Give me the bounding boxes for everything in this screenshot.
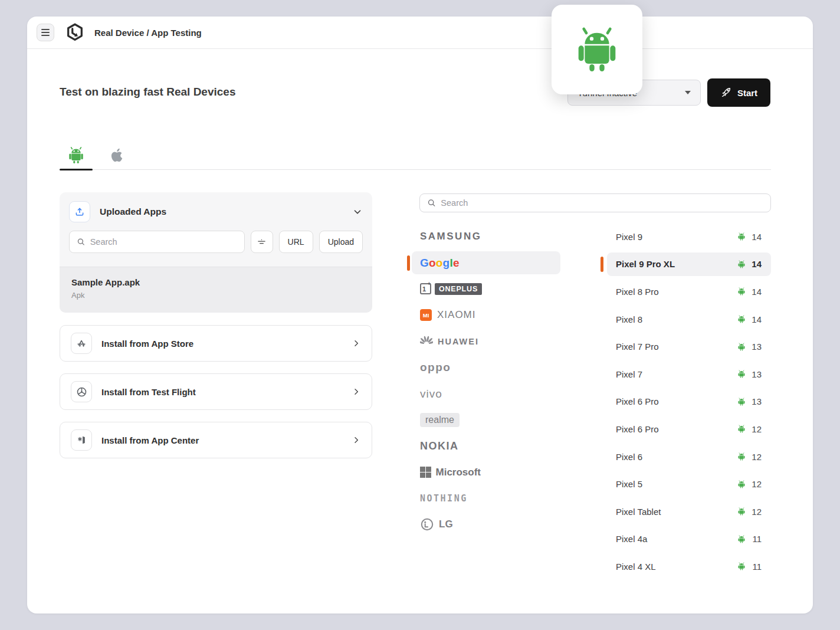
- brand-row-lg[interactable]: LG: [407, 511, 560, 537]
- device-meta: 14: [737, 259, 762, 269]
- brand-row-vivo[interactable]: vivo: [407, 380, 560, 406]
- android-version-icon: [737, 452, 746, 461]
- android-version-icon: [737, 535, 746, 543]
- device-os-version: 11: [751, 562, 762, 572]
- samsung-wordmark: SAMSUNG: [420, 231, 481, 242]
- huawei-wordmark: HUAWEI: [438, 337, 479, 346]
- android-floating-card[interactable]: [552, 5, 642, 94]
- hamburger-menu-button[interactable]: [37, 24, 54, 41]
- device-os-version: 12: [751, 479, 762, 489]
- device-os-version: 14: [751, 314, 762, 324]
- breadcrumb: Real Device / App Testing: [94, 28, 202, 38]
- brand-row-oneplus[interactable]: 1+ ONEPLUS: [407, 276, 560, 302]
- device-row[interactable]: Pixel 7 Pro 13: [601, 333, 771, 360]
- device-os-version: 14: [751, 287, 762, 297]
- oneplus-logo-icon: 1+: [420, 283, 431, 294]
- device-row[interactable]: Pixel Tablet 12: [601, 498, 771, 526]
- url-button[interactable]: URL: [279, 231, 313, 253]
- google-wordmark: Google: [420, 257, 460, 270]
- device-row[interactable]: Pixel 8 Pro 14: [601, 278, 771, 306]
- device-row[interactable]: Pixel 7 13: [601, 360, 771, 388]
- device-row[interactable]: Pixel 4a 11: [601, 526, 771, 553]
- device-meta: 11: [737, 534, 762, 544]
- device-search-box: [419, 193, 771, 212]
- vivo-wordmark: vivo: [420, 388, 442, 401]
- brand-row-nothing[interactable]: NOTHING: [407, 485, 560, 511]
- brand-row-realme[interactable]: realme: [407, 407, 560, 433]
- oppo-wordmark: oppo: [420, 361, 451, 374]
- platform-tabs: [60, 140, 127, 170]
- tab-ios[interactable]: [107, 140, 127, 170]
- tabs-divider: [60, 169, 771, 170]
- device-row[interactable]: Pixel 6 Pro 12: [601, 415, 771, 443]
- uploaded-apps-title: Uploaded Apps: [100, 206, 166, 217]
- start-button[interactable]: Start: [707, 78, 770, 107]
- install-from-app-store[interactable]: Install from App Store: [60, 325, 372, 362]
- device-meta: 13: [737, 342, 762, 352]
- app-center-icon: [71, 429, 92, 451]
- device-os-version: 13: [751, 369, 762, 379]
- rocket-icon: [720, 87, 732, 99]
- search-icon: [77, 237, 86, 247]
- android-version-icon: [737, 315, 746, 323]
- filter-button[interactable]: [251, 231, 273, 253]
- device-row[interactable]: Pixel 6 12: [601, 443, 771, 471]
- apps-search-box: [69, 231, 245, 253]
- device-name: Pixel 6 Pro: [616, 424, 737, 434]
- device-name: Pixel 8 Pro: [616, 287, 737, 297]
- install-from-test-flight[interactable]: Install from Test Flight: [60, 373, 372, 410]
- install-option-label: Install from App Center: [101, 435, 199, 445]
- realme-wordmark: realme: [420, 413, 460, 427]
- filter-icon: [257, 237, 267, 247]
- android-icon: [573, 24, 621, 75]
- brand-row-nokia[interactable]: NOKIA: [407, 433, 560, 459]
- device-os-version: 13: [751, 342, 762, 352]
- oneplus-wordmark: ONEPLUS: [435, 283, 482, 295]
- device-meta: 12: [737, 507, 762, 517]
- brand-row-google[interactable]: Google: [407, 250, 560, 275]
- brand-row-xiaomi[interactable]: MI XIAOMI: [407, 302, 560, 328]
- apps-search-input[interactable]: [90, 237, 237, 247]
- device-meta: 13: [737, 396, 762, 406]
- brand-row-huawei[interactable]: HUAWEI: [407, 329, 560, 355]
- android-version-icon: [737, 425, 746, 433]
- upload-tray-icon: [69, 201, 90, 222]
- device-search-input[interactable]: [441, 198, 763, 208]
- android-version-icon: [737, 480, 746, 488]
- active-tab-indicator: [60, 169, 93, 170]
- device-name: Pixel 7: [616, 369, 737, 379]
- device-os-version: 12: [751, 424, 762, 434]
- main-panel: Real Device / App Testing Test on blazin…: [27, 17, 813, 613]
- device-row[interactable]: Pixel 9 14: [601, 223, 771, 251]
- brand-row-oppo[interactable]: oppo: [407, 355, 560, 380]
- device-meta: 13: [737, 369, 762, 379]
- chevron-right-icon: [352, 435, 361, 445]
- device-os-version: 14: [751, 259, 762, 269]
- huawei-logo-icon: [420, 336, 433, 347]
- device-name: Pixel 8: [616, 314, 737, 324]
- lg-logo-icon: [420, 517, 434, 531]
- device-meta: 12: [737, 452, 762, 462]
- brand-row-samsung[interactable]: SAMSUNG: [407, 224, 560, 250]
- microsoft-logo-icon: [420, 467, 431, 478]
- android-version-icon: [737, 232, 746, 241]
- device-row[interactable]: Pixel 8 14: [601, 306, 771, 333]
- uploaded-app-row[interactable]: Sample App.apk Apk: [60, 267, 372, 313]
- lg-wordmark: LG: [439, 519, 453, 530]
- uploaded-app-name: Sample App.apk: [71, 277, 360, 287]
- chevron-down-icon: [685, 91, 691, 94]
- device-row[interactable]: Pixel 9 Pro XL 14: [601, 251, 771, 278]
- tab-android[interactable]: [60, 140, 92, 170]
- install-from-app-center[interactable]: Install from App Center: [60, 422, 372, 458]
- device-row[interactable]: Pixel 5 12: [601, 470, 771, 498]
- app-store-icon: [71, 333, 92, 354]
- device-name: Pixel 9 Pro XL: [616, 259, 737, 269]
- collapse-chevron-icon[interactable]: [352, 206, 363, 217]
- install-option-label: Install from Test Flight: [101, 387, 196, 397]
- device-row[interactable]: Pixel 6 Pro 13: [601, 388, 771, 416]
- upload-button[interactable]: Upload: [319, 231, 363, 253]
- start-button-label: Start: [737, 88, 757, 98]
- device-row[interactable]: Pixel 4 XL 11: [601, 553, 771, 580]
- brand-row-microsoft[interactable]: Microsoft: [407, 460, 560, 485]
- device-name: Pixel 6 Pro: [616, 396, 737, 406]
